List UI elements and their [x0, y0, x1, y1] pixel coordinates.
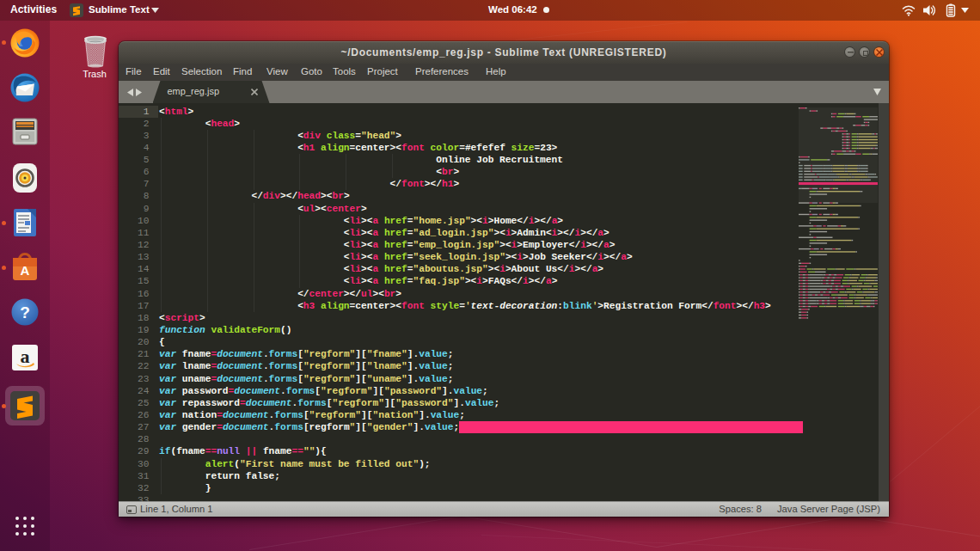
svg-text:A: A [21, 263, 30, 278]
svg-text:?: ? [20, 303, 30, 321]
svg-text:a: a [21, 346, 30, 367]
